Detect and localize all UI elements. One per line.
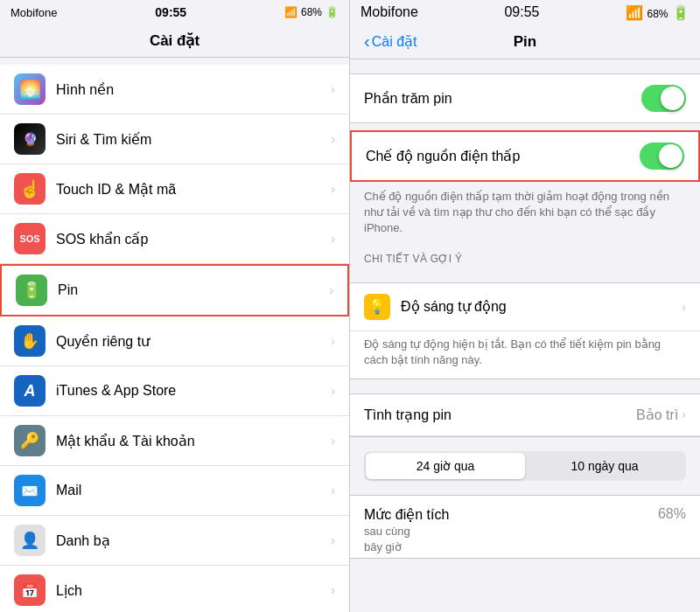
settings-item-privacy[interactable]: ✋ Quyền riêng tư › — [0, 316, 349, 366]
tinhtrang-section: Tình trạng pin Bảo trì › — [350, 393, 700, 437]
right-nav-bar: ‹ Cài đặt Pin — [350, 24, 700, 59]
phantram-label: Phần trăm pin — [364, 90, 641, 107]
sos-chevron: › — [331, 232, 335, 246]
lich-label: Lịch — [56, 582, 331, 599]
battery-text: 68% — [301, 6, 322, 18]
lich-icon: 📅 — [14, 574, 46, 606]
danhba-label: Danh bạ — [56, 532, 331, 549]
back-label: Cài đặt — [372, 33, 417, 50]
settings-list: 🌅 Hình nền › 🔮 Siri & Tìm kiếm › ☝️ Touc… — [0, 58, 349, 612]
chedo-row[interactable]: Chế độ nguồn điện thấp — [352, 132, 698, 180]
pin-icon: 🔋 — [16, 275, 47, 306]
right-time: 09:55 — [504, 4, 539, 20]
dosang-description: Độ sáng tự động hiện bị tắt. Bạn có thể … — [350, 331, 700, 379]
dosang-label: Độ sáng tự động — [401, 298, 682, 315]
pin-chevron: › — [329, 283, 333, 297]
dosang-row[interactable]: 💡 Độ sáng tự động › — [350, 283, 700, 331]
mail-icon: ✉️ — [14, 475, 46, 506]
itunes-chevron: › — [331, 384, 335, 398]
right-nav-title: Pin — [514, 33, 536, 51]
chedo-description: Chế độ nguồn điện thấp tạm thời giảm hoạ… — [350, 182, 700, 247]
touchid-icon: ☝️ — [14, 173, 46, 205]
mucdientich-label: Mức điện tích — [364, 507, 449, 522]
matkhau-label: Mật khẩu & Tài khoản — [56, 433, 331, 449]
privacy-label: Quyền riêng tư — [56, 333, 331, 350]
privacy-icon: ✋ — [14, 325, 46, 357]
back-button[interactable]: ‹ Cài đặt — [364, 31, 416, 52]
hinh-nen-chevron: › — [331, 82, 335, 96]
mucdientich-sublabel: sau cùng — [364, 525, 410, 538]
settings-item-touchid[interactable]: ☝️ Touch ID & Mật mã › — [0, 164, 349, 214]
settings-item-pin[interactable]: 🔋 Pin › — [0, 264, 349, 316]
dosang-chevron: › — [682, 300, 686, 314]
right-indicators: 📶 68% 🔋 — [626, 4, 690, 21]
chedo-section-wrapper: Chế độ nguồn điện thấp Chế độ nguồn điện… — [350, 130, 700, 247]
tab-10days[interactable]: 10 ngày qua — [525, 453, 684, 479]
settings-item-matkhau[interactable]: 🔑 Mật khẩu & Tài khoản › — [0, 416, 349, 466]
siri-icon: 🔮 — [14, 123, 46, 155]
wallpaper-icon: 🌅 — [14, 73, 46, 105]
right-battery-icon: 🔋 — [672, 5, 690, 20]
sos-label: SOS khẩn cấp — [56, 231, 331, 247]
phantram-row[interactable]: Phần trăm pin — [350, 74, 700, 122]
mucdientich-sublabel2: bây giờ — [364, 540, 402, 553]
phantram-section: Phần trăm pin — [350, 73, 700, 123]
sos-icon: SOS — [14, 223, 46, 254]
settings-item-itunes[interactable]: A iTunes & App Store › — [0, 366, 349, 416]
settings-section-main: 🌅 Hình nền › 🔮 Siri & Tìm kiếm › ☝️ Touc… — [0, 65, 349, 612]
right-carrier: Mobifone — [360, 4, 418, 20]
pin-label: Pin — [58, 282, 329, 298]
hinh-nen-label: Hình nền — [56, 81, 331, 98]
left-time: 09:55 — [155, 5, 186, 19]
tinhtrang-label: Tình trạng pin — [364, 407, 636, 423]
right-content: Phần trăm pin Chế độ nguồn điện thấp Chế… — [350, 59, 700, 612]
dosang-icon: 💡 — [364, 294, 390, 320]
lich-chevron: › — [331, 583, 335, 597]
settings-item-siri[interactable]: 🔮 Siri & Tìm kiếm › — [0, 115, 349, 164]
mucdientich-section: 68% Mức điện tích sau cùng bây giờ — [350, 495, 700, 559]
chitiet-header: CHI TIẾT VÀ GỢI Ý — [350, 247, 700, 268]
tinhtrang-chevron: › — [682, 407, 686, 421]
touchid-chevron: › — [331, 182, 335, 196]
settings-item-hinh-nen[interactable]: 🌅 Hình nền › — [0, 65, 349, 115]
phantram-toggle[interactable] — [641, 85, 686, 112]
left-indicators: 📶 68% 🔋 — [284, 6, 339, 18]
right-panel: Mobifone 09:55 📶 68% 🔋 ‹ Cài đặt Pin Phầ… — [350, 0, 700, 612]
tinhtrang-row[interactable]: Tình trạng pin Bảo trì › — [350, 394, 700, 436]
chedo-label: Chế độ nguồn điện thấp — [366, 148, 640, 164]
matkhau-chevron: › — [331, 434, 335, 448]
tab-24h[interactable]: 24 giờ qua — [366, 453, 525, 479]
mail-label: Mail — [56, 483, 331, 498]
right-status-bar: Mobifone 09:55 📶 68% 🔋 — [350, 0, 700, 24]
siri-label: Siri & Tìm kiếm — [56, 131, 331, 148]
left-panel: Mobifone 09:55 📶 68% 🔋 Cài đặt 🌅 Hình nề… — [0, 0, 350, 612]
settings-item-sos[interactable]: SOS SOS khẩn cấp › — [0, 214, 349, 264]
itunes-label: iTunes & App Store — [56, 383, 331, 399]
settings-item-lich[interactable]: 📅 Lịch › — [0, 566, 349, 612]
danhba-icon: 👤 — [14, 525, 46, 556]
left-status-bar: Mobifone 09:55 📶 68% 🔋 — [0, 0, 349, 24]
phantram-toggle-thumb — [661, 87, 684, 110]
chedo-toggle-thumb — [659, 144, 682, 168]
wifi-icon: 📶 — [284, 6, 298, 18]
dosang-section: 💡 Độ sáng tự động › Độ sáng tự động hiện… — [350, 282, 700, 379]
mail-chevron: › — [331, 483, 335, 497]
matkhau-icon: 🔑 — [14, 425, 46, 456]
right-wifi-icon: 📶 — [626, 5, 643, 20]
chedo-toggle[interactable] — [640, 143, 684, 170]
danhba-chevron: › — [331, 533, 335, 547]
tinhtrang-value: Bảo trì — [636, 407, 678, 423]
privacy-chevron: › — [331, 334, 335, 348]
left-carrier: Mobifone — [10, 6, 57, 19]
mucdientich-row: 68% Mức điện tích sau cùng bây giờ — [350, 496, 700, 558]
itunes-icon: A — [14, 375, 46, 407]
battery-icon: 🔋 — [326, 6, 339, 18]
left-nav-title: Cài đặt — [150, 32, 200, 49]
settings-item-mail[interactable]: ✉️ Mail › — [0, 466, 349, 516]
back-chevron-icon: ‹ — [364, 31, 370, 52]
chedo-section: Chế độ nguồn điện thấp — [350, 130, 700, 182]
settings-item-danhba[interactable]: 👤 Danh bạ › — [0, 516, 349, 566]
siri-chevron: › — [331, 132, 335, 146]
time-tabs: 24 giờ qua 10 ngày qua — [364, 451, 686, 481]
touchid-label: Touch ID & Mật mã — [56, 181, 331, 198]
